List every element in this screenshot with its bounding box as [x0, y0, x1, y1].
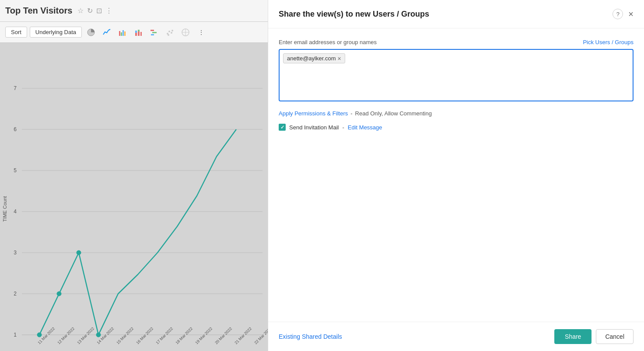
svg-text:7: 7 [14, 85, 17, 91]
svg-point-15 [171, 32, 172, 34]
cancel-button[interactable]: Cancel [596, 329, 634, 344]
favorite-icon[interactable]: ☆ [77, 7, 84, 15]
svg-point-14 [168, 31, 170, 32]
refresh-icon[interactable]: ↻ [87, 7, 93, 15]
permissions-link[interactable]: Apply Permissions & Filters [279, 110, 348, 117]
email-tag-text: anette@aylker.com [287, 55, 336, 62]
more-icon[interactable]: ⋮ [105, 7, 112, 15]
chart-area: 7 6 5 4 3 2 1 TIME Count 11 Mar 2022 12 … [0, 43, 268, 351]
svg-point-39 [57, 292, 61, 296]
underlying-data-button[interactable]: Underlying Data [30, 27, 82, 38]
line-chart-icon-btn[interactable] [100, 26, 113, 39]
permissions-row: Apply Permissions & Filters - Read Only,… [279, 110, 634, 117]
pie-chart-icon-btn[interactable] [84, 26, 98, 39]
email-tag-remove[interactable]: × [337, 56, 341, 62]
chart-header-icons: ☆ ↻ ⊡ ⋮ [77, 7, 112, 15]
send-invitation-checkbox[interactable] [279, 124, 286, 131]
invitation-row: Send Invitation Mail - Edit Message [279, 124, 634, 131]
svg-rect-8 [138, 30, 140, 31]
chart-title: Top Ten Visitors [5, 6, 72, 16]
existing-shared-details-link[interactable]: Existing Shared Details [279, 333, 342, 340]
svg-text:3: 3 [14, 250, 17, 256]
dialog-header: Share the view(s) to new Users / Groups … [268, 0, 644, 28]
svg-point-17 [168, 34, 169, 36]
svg-text:1: 1 [14, 332, 17, 338]
bar-chart-icon-btn[interactable] [116, 26, 129, 39]
chart-more-icon-btn[interactable]: ⋮ [195, 26, 208, 39]
svg-rect-3 [122, 30, 124, 36]
chart-toolbar: Sort Underlying Data [0, 22, 268, 43]
email-field-label: Enter email addresses or group names [279, 39, 377, 45]
help-icon[interactable]: ? [612, 9, 623, 19]
svg-rect-6 [135, 31, 137, 33]
svg-text:6: 6 [14, 126, 17, 132]
pick-users-link[interactable]: Pick Users / Groups [583, 39, 634, 45]
svg-rect-2 [121, 32, 122, 36]
svg-rect-4 [124, 31, 126, 36]
stacked-bar-icon-btn[interactable] [132, 26, 145, 39]
svg-text:4: 4 [14, 209, 17, 215]
sort-button[interactable]: Sort [5, 27, 27, 38]
close-icon[interactable]: × [628, 9, 634, 19]
dialog-body: Enter email addresses or group names Pic… [268, 28, 644, 322]
svg-point-16 [172, 30, 173, 31]
chart-svg: 7 6 5 4 3 2 1 TIME Count 11 Mar 2022 12 … [0, 43, 268, 351]
share-button[interactable]: Share [554, 329, 592, 344]
gantt-icon-btn[interactable] [147, 26, 161, 39]
chart-header: Top Ten Visitors ☆ ↻ ⊡ ⋮ [0, 0, 268, 22]
dialog-panel: Share the view(s) to new Users / Groups … [268, 0, 644, 351]
scatter-icon-btn[interactable] [163, 26, 176, 39]
permissions-separator: - [350, 110, 352, 117]
email-field-label-row: Enter email addresses or group names Pic… [279, 39, 634, 45]
svg-point-41 [96, 333, 101, 337]
svg-text:5: 5 [14, 167, 17, 174]
svg-text:2: 2 [14, 291, 17, 297]
svg-rect-12 [151, 34, 154, 35]
svg-rect-11 [152, 32, 157, 33]
svg-point-40 [77, 250, 81, 255]
svg-text:TIME Count: TIME Count [2, 196, 7, 222]
email-tag: anette@aylker.com × [283, 53, 345, 63]
dialog-footer: Existing Shared Details Share Cancel [268, 322, 644, 351]
svg-rect-1 [119, 31, 120, 36]
map-icon-btn[interactable] [179, 26, 192, 39]
permissions-desc: Read Only, Allow Commenting [355, 110, 432, 117]
svg-point-38 [37, 333, 42, 337]
svg-rect-10 [150, 30, 154, 31]
dialog-header-actions: ? × [612, 9, 634, 19]
svg-rect-5 [135, 33, 137, 36]
svg-rect-9 [140, 32, 142, 36]
invitation-label: Send Invitation Mail [289, 124, 339, 131]
svg-rect-7 [138, 31, 140, 36]
dialog-title: Share the view(s) to new Users / Groups [279, 10, 429, 19]
invitation-separator: - [342, 124, 344, 131]
save-icon[interactable]: ⊡ [96, 7, 102, 15]
edit-message-link[interactable]: Edit Message [348, 124, 382, 131]
footer-actions: Share Cancel [554, 329, 634, 344]
email-input-box[interactable]: anette@aylker.com × [279, 49, 634, 101]
chart-panel: Top Ten Visitors ☆ ↻ ⊡ ⋮ Sort Underlying… [0, 0, 268, 351]
